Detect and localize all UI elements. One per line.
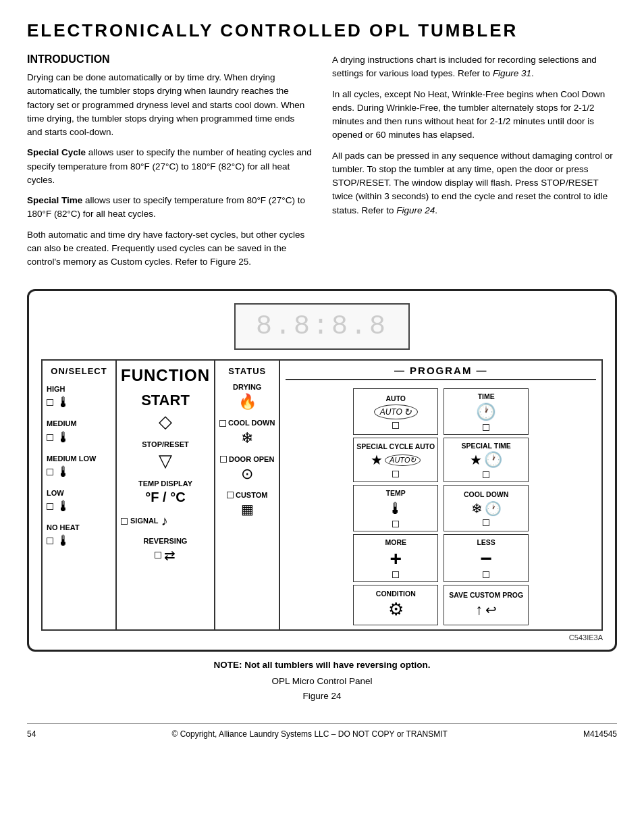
panel-main: ON/SELECT HIGH 🌡 MEDIUM 🌡 MEDIUM LOW 🌡 L… — [41, 359, 603, 630]
program-grid: AUTO AUTO↻ TIME 🕐 — [353, 388, 529, 625]
status-label: STATUS — [228, 366, 266, 376]
less-button[interactable]: LESS − — [444, 534, 529, 582]
cool-down-icon: ❄ — [241, 429, 253, 447]
reversing-checkbox — [155, 552, 161, 558]
time-button[interactable]: TIME 🕐 — [444, 388, 529, 435]
special-time-checkbox — [483, 471, 489, 478]
caption-text: OPL Micro Control Panel — [27, 675, 617, 688]
special-time-star-icon: ★ — [470, 452, 482, 468]
intro-right-para1: A drying instructions chart is included … — [332, 53, 617, 81]
stop-reset-button[interactable]: STOP/RESET ▽ — [121, 440, 210, 471]
intro-para1: Drying can be done automatically or by t… — [27, 71, 312, 139]
function-section: FUNCTION START ◇ STOP/RESET ▽ TEMP DISPL… — [117, 361, 215, 629]
display-digits: 8.8:8.8 — [256, 311, 388, 342]
program-section: — PROGRAM — AUTO AUTO↻ TIME 🕐 — [280, 361, 601, 629]
more-button[interactable]: MORE + — [353, 534, 438, 582]
auto-arrow: ↻ — [404, 407, 412, 417]
custom-checkbox — [227, 492, 234, 498]
signal-icon: ♪ — [161, 513, 168, 529]
drying-icon: 🔥 — [238, 393, 257, 411]
start-icon: ◇ — [159, 411, 172, 432]
high-checkbox — [47, 399, 53, 406]
special-cycle-auto-button[interactable]: SPECIAL CYCLE AUTO ★ AUTO↻ — [353, 438, 438, 483]
drying-status: DRYING 🔥 — [219, 383, 275, 411]
page-title: ELECTRONICALLY CONTROLLED OPL TUMBLER — [27, 20, 617, 41]
medium-low-checkbox — [47, 469, 53, 475]
intro-left: INTRODUCTION Drying can be done automati… — [27, 53, 312, 276]
no-heat-button[interactable]: NO HEAT 🌡 — [47, 521, 111, 552]
display-area: 8.8:8.8 — [41, 303, 603, 350]
door-open-status: DOOR OPEN ⊙ — [219, 455, 275, 483]
temp-display-button[interactable]: TEMP DISPLAY °F / °C — [121, 479, 210, 505]
intro-right-para3: All pads can be pressed in any sequence … — [332, 149, 617, 217]
figure-text: Figure 24 — [27, 689, 617, 703]
condition-button[interactable]: CONDITION ⚙ — [353, 585, 438, 625]
stop-reset-icon: ▽ — [159, 450, 172, 471]
more-icon: + — [390, 548, 402, 569]
auto-button[interactable]: AUTO AUTO↻ — [353, 388, 438, 435]
save-custom-prog-button[interactable]: SAVE CUSTOM PROG ↑ ↩ — [444, 585, 529, 625]
cool-down-prog-icon: ❄ — [471, 500, 483, 517]
cool-down-checkbox — [219, 420, 226, 427]
page-number: 54 — [27, 729, 36, 739]
save-prog-arrow-icon: ↑ — [475, 601, 483, 619]
temp-icon: 🌡 — [387, 499, 404, 518]
auto-icon: AUTO — [380, 407, 402, 417]
special-cycle-auto-circle: AUTO↻ — [385, 454, 421, 466]
time-checkbox — [483, 424, 489, 431]
custom-status: CUSTOM ▦ — [219, 491, 275, 517]
copyright-text: © Copyright, Alliance Laundry Systems LL… — [171, 729, 447, 739]
program-label: — PROGRAM — — [286, 365, 596, 380]
high-button[interactable]: HIGH 🌡 — [47, 383, 111, 413]
no-heat-checkbox — [47, 538, 53, 544]
temp-display-text: °F / °C — [145, 490, 185, 505]
medium-low-button[interactable]: MEDIUM LOW 🌡 — [47, 452, 111, 483]
reversing-button[interactable]: REVERSING ⇄ — [121, 537, 210, 563]
on-select-section: ON/SELECT HIGH 🌡 MEDIUM 🌡 MEDIUM LOW 🌡 L… — [43, 361, 117, 629]
auto-checkbox — [392, 422, 399, 429]
custom-icon: ▦ — [241, 501, 254, 517]
auto-circle: AUTO↻ — [374, 405, 418, 419]
reversing-icon: ⇄ — [164, 547, 176, 563]
low-button[interactable]: LOW 🌡 — [47, 487, 111, 517]
medium-checkbox — [47, 434, 53, 441]
signal-checkbox — [121, 518, 128, 525]
display-box: 8.8:8.8 — [234, 303, 410, 350]
less-checkbox — [483, 571, 489, 578]
cool-down-status: COOL DOWN ❄ — [219, 419, 275, 446]
cool-down-prog-checkbox — [483, 519, 489, 526]
control-panel-diagram: 8.8:8.8 ON/SELECT HIGH 🌡 MEDIUM 🌡 MEDIUM… — [27, 289, 617, 651]
doc-number: M414545 — [583, 729, 617, 739]
special-time-clock-icon: 🕐 — [484, 451, 502, 469]
less-icon: − — [480, 548, 492, 569]
save-prog-icon: ↩ — [485, 602, 497, 618]
intro-heading: INTRODUCTION — [27, 53, 312, 66]
door-open-checkbox — [220, 456, 227, 463]
time-icon: 🕐 — [476, 402, 496, 421]
intro-para2: Special Cycle allows user to specify the… — [27, 146, 312, 187]
temp-checkbox — [392, 521, 399, 527]
on-select-label: ON/SELECT — [51, 366, 107, 376]
cool-down-prog-button[interactable]: COOL DOWN ❄ 🕐 — [444, 485, 529, 531]
intro-para4: Both automatic and time dry have factory… — [27, 228, 312, 269]
low-checkbox — [47, 503, 53, 510]
more-checkbox — [392, 571, 399, 578]
special-cycle-star-icon: ★ — [371, 452, 383, 468]
door-open-icon: ⊙ — [241, 465, 253, 483]
ref-code: C543IE3A — [41, 633, 603, 642]
cool-down-clock-icon: 🕐 — [485, 500, 502, 517]
intro-right-para2: In all cycles, except No Heat, Wrinkle-F… — [332, 88, 617, 142]
special-cycle-checkbox — [392, 471, 399, 477]
function-label: FUNCTION — [121, 366, 210, 385]
status-section: STATUS DRYING 🔥 COOL DOWN ❄ DOOR OPEN ⊙ — [215, 361, 280, 629]
intro-right: A drying instructions chart is included … — [332, 53, 617, 276]
special-time-button[interactable]: SPECIAL TIME ★ 🕐 — [444, 438, 529, 483]
temp-button[interactable]: TEMP 🌡 — [353, 485, 438, 531]
condition-icon: ⚙ — [388, 599, 404, 620]
intro-para3: Special Time allows user to specify temp… — [27, 194, 312, 221]
medium-button[interactable]: MEDIUM 🌡 — [47, 417, 111, 448]
footer: 54 © Copyright, Alliance Laundry Systems… — [27, 723, 617, 739]
start-button[interactable]: START ◇ — [121, 392, 210, 432]
signal-button[interactable]: SIGNAL ♪ — [121, 513, 210, 529]
note-text: NOTE: Not all tumblers will have reversi… — [27, 658, 617, 672]
